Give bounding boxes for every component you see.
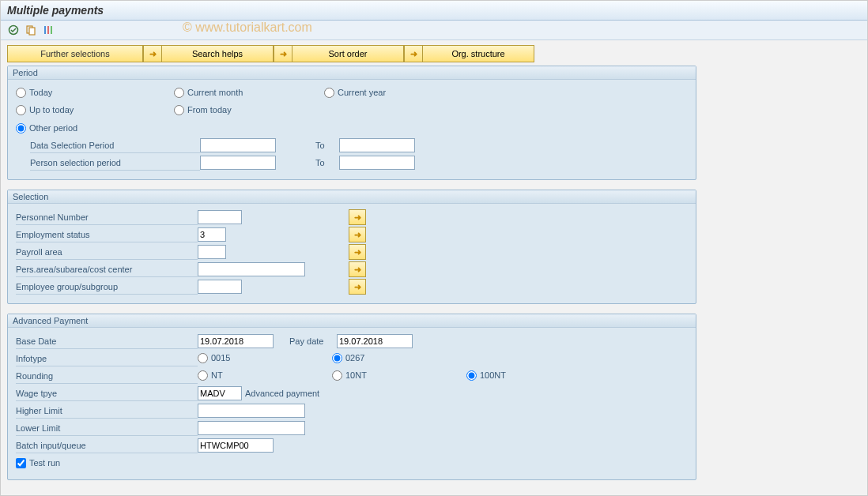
- period-other-period-radio[interactable]: Other period: [16, 123, 77, 133]
- search-helps-button[interactable]: ➜ Search helps: [143, 45, 274, 62]
- org-structure-button[interactable]: ➜ Org. structure: [404, 45, 534, 62]
- period-group: Period Today Current month Current year …: [7, 66, 696, 180]
- rounding-10nt-radio[interactable]: 10NT: [332, 370, 367, 381]
- search-helps-label: Search helps: [192, 49, 243, 58]
- period-other-label: Other period: [29, 123, 77, 133]
- arrow-right-icon: ➜: [404, 45, 423, 62]
- base-date-input[interactable]: [198, 334, 274, 348]
- lower-limit-label: Lower Limit: [16, 421, 198, 436]
- sort-order-button[interactable]: ➜ Sort order: [274, 45, 404, 62]
- arrow-right-icon: ➜: [143, 45, 162, 62]
- wage-type-desc: Advanced payment: [245, 389, 319, 398]
- batch-queue-input[interactable]: [198, 438, 274, 453]
- to-label-2: To: [315, 158, 339, 167]
- period-today-label: Today: [29, 88, 52, 97]
- rounding-nt-radio[interactable]: NT: [198, 370, 223, 381]
- person-selection-to-input[interactable]: [339, 156, 415, 170]
- svg-rect-2: [29, 28, 35, 35]
- infotype-label: Infotype: [16, 351, 198, 366]
- wage-type-label: Wage tpye: [16, 386, 198, 401]
- person-selection-from-input[interactable]: [200, 156, 276, 170]
- employment-status-multi-button[interactable]: ➜: [349, 227, 366, 242]
- emp-group-multi-button[interactable]: ➜: [349, 279, 366, 295]
- lower-limit-input[interactable]: [198, 421, 305, 435]
- payroll-area-input[interactable]: [198, 245, 226, 259]
- pay-date-input[interactable]: [337, 334, 413, 348]
- sort-order-label: Sort order: [329, 49, 368, 58]
- payroll-area-label: Payroll area: [16, 245, 198, 260]
- employment-status-input[interactable]: [198, 227, 226, 242]
- personnel-number-label: Personnel Number: [16, 210, 198, 225]
- advanced-payment-group: Advanced Payment Base Date Pay date Info…: [7, 314, 696, 480]
- period-current-month-label: Current month: [187, 88, 243, 97]
- period-current-year-label: Current year: [338, 88, 386, 97]
- selection-button-row: Further selections ➜ Search helps ➜ Sort…: [7, 45, 861, 62]
- data-selection-from-input[interactable]: [200, 138, 276, 152]
- higher-limit-label: Higher Limit: [16, 404, 198, 419]
- rounding-10nt-label: 10NT: [345, 370, 367, 380]
- watermark: © www.tutorialkart.com: [183, 21, 312, 35]
- period-current-year-radio[interactable]: Current year: [324, 88, 386, 98]
- variant-icon[interactable]: [25, 24, 37, 36]
- higher-limit-input[interactable]: [198, 404, 305, 418]
- pers-area-label: Pers.area/subarea/cost center: [16, 262, 198, 277]
- personnel-number-multi-button[interactable]: ➜: [349, 209, 366, 225]
- further-selections-label: Further selections: [40, 49, 109, 58]
- test-run-label: Test run: [29, 458, 60, 468]
- data-selection-to-input[interactable]: [339, 138, 415, 152]
- execute-icon[interactable]: [7, 24, 20, 36]
- wage-type-code-input[interactable]: [198, 386, 242, 400]
- period-today-radio[interactable]: Today: [16, 88, 52, 98]
- org-structure-label: Org. structure: [451, 49, 504, 58]
- toolbar: © www.tutorialkart.com: [1, 21, 867, 40]
- selection-group-title: Selection: [8, 190, 696, 204]
- svg-rect-4: [47, 26, 49, 34]
- rounding-label: Rounding: [16, 369, 198, 384]
- svg-rect-5: [51, 26, 52, 34]
- employment-status-label: Employment status: [16, 227, 198, 242]
- person-selection-period-label: Person selection period: [30, 156, 200, 171]
- data-selection-period-label: Data Selection Period: [30, 138, 200, 153]
- payroll-area-multi-button[interactable]: ➜: [349, 244, 366, 260]
- svg-rect-3: [44, 26, 46, 34]
- arrow-right-icon: ➜: [274, 45, 292, 62]
- settings-icon[interactable]: [42, 24, 55, 36]
- selection-group: Selection Personnel Number ➜ Employment …: [7, 190, 696, 304]
- page-title: Multiple payments: [1, 1, 867, 21]
- infotype-0015-radio[interactable]: 0015: [198, 353, 230, 363]
- rounding-100nt-radio[interactable]: 100NT: [466, 370, 506, 381]
- personnel-number-input[interactable]: [198, 210, 242, 224]
- rounding-nt-label: NT: [211, 370, 223, 380]
- period-up-to-today-radio[interactable]: Up to today: [16, 105, 74, 115]
- rounding-100nt-label: 100NT: [480, 370, 506, 380]
- period-current-month-radio[interactable]: Current month: [174, 88, 243, 98]
- emp-group-input[interactable]: [198, 280, 242, 294]
- pers-area-multi-button[interactable]: ➜: [349, 261, 366, 277]
- advanced-payment-title: Advanced Payment: [8, 314, 696, 328]
- infotype-0267-label: 0267: [345, 353, 364, 363]
- app-window: Multiple payments © www.tutorialkart.com…: [0, 0, 868, 496]
- pers-area-input[interactable]: [198, 262, 305, 276]
- period-up-to-today-label: Up to today: [29, 105, 74, 115]
- test-run-checkbox[interactable]: Test run: [16, 458, 60, 468]
- emp-group-label: Employee group/subgroup: [16, 280, 198, 295]
- content-area: Further selections ➜ Search helps ➜ Sort…: [1, 40, 867, 496]
- further-selections-button[interactable]: Further selections: [7, 45, 143, 62]
- period-group-title: Period: [8, 66, 696, 80]
- batch-queue-label: Batch input/queue: [16, 438, 198, 453]
- pay-date-label: Pay date: [289, 336, 337, 346]
- period-from-today-radio[interactable]: From today: [174, 105, 232, 115]
- to-label: To: [315, 141, 339, 150]
- infotype-0015-label: 0015: [211, 353, 230, 363]
- base-date-label: Base Date: [16, 334, 198, 349]
- period-from-today-label: From today: [187, 105, 232, 115]
- infotype-0267-radio[interactable]: 0267: [332, 353, 364, 363]
